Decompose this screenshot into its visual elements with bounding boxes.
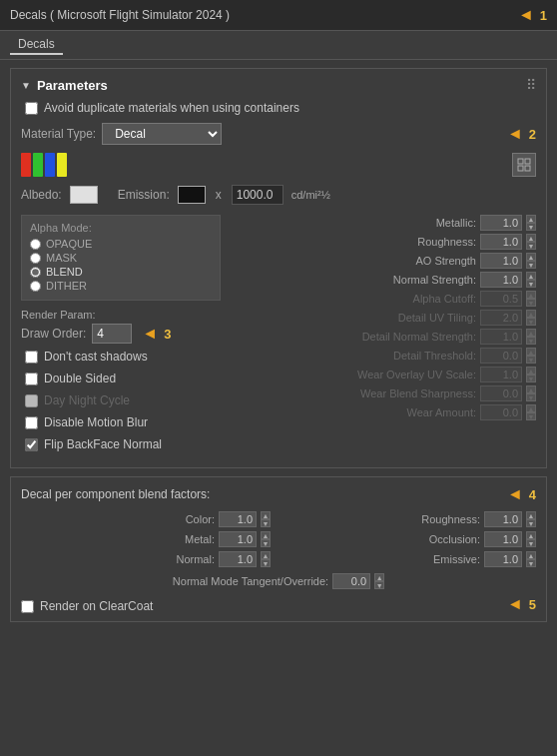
ao-strength-spinner[interactable]: ▲ ▼	[526, 253, 536, 269]
occlusion-blend-spinner[interactable]: ▲ ▼	[526, 531, 536, 547]
occlusion-blend-up[interactable]: ▲	[526, 531, 536, 539]
wear-amount-spinner[interactable]: ▲ ▼	[526, 404, 536, 420]
normal-strength-spinner[interactable]: ▲ ▼	[526, 272, 536, 288]
normal-strength-input[interactable]	[480, 272, 522, 288]
flip-backface-checkbox[interactable]	[25, 438, 38, 451]
wear-amount-down[interactable]: ▼	[526, 412, 536, 420]
metal-blend-up[interactable]: ▲	[261, 531, 271, 539]
color-blend-down[interactable]: ▼	[261, 519, 271, 527]
day-night-checkbox[interactable]	[25, 394, 38, 407]
color-bar-green[interactable]	[33, 153, 43, 177]
roughness-blend-input[interactable]	[484, 511, 522, 527]
wear-overlay-uv-down[interactable]: ▼	[526, 375, 536, 382]
wear-overlay-uv-up[interactable]: ▲	[526, 367, 536, 375]
metallic-down[interactable]: ▼	[526, 223, 536, 231]
detail-uv-tiling-spinner[interactable]: ▲ ▼	[526, 310, 536, 326]
ao-strength-up[interactable]: ▲	[526, 253, 536, 261]
detail-normal-strength-input[interactable]	[480, 329, 522, 345]
wear-amount-input[interactable]	[480, 404, 522, 420]
ao-strength-down[interactable]: ▼	[526, 261, 536, 269]
wear-amount-up[interactable]: ▲	[526, 404, 536, 412]
normal-blend-up[interactable]: ▲	[261, 551, 271, 559]
draw-order-input[interactable]	[92, 324, 132, 344]
annotation-2: 2	[529, 127, 536, 142]
detail-uv-tiling-input[interactable]	[480, 310, 522, 326]
detail-uv-tiling-down[interactable]: ▼	[526, 318, 536, 326]
collapse-triangle-icon[interactable]: ▼	[21, 80, 31, 91]
metallic-input[interactable]	[480, 215, 522, 231]
roughness-up[interactable]: ▲	[526, 234, 536, 242]
normal-mode-up[interactable]: ▲	[374, 573, 384, 581]
roughness-blend-up[interactable]: ▲	[526, 511, 536, 519]
emissive-blend-up[interactable]: ▲	[526, 551, 536, 559]
normal-strength-up[interactable]: ▲	[526, 272, 536, 280]
detail-threshold-spinner[interactable]: ▲ ▼	[526, 348, 536, 364]
alpha-blend-radio[interactable]	[30, 267, 41, 278]
metal-blend-down[interactable]: ▼	[261, 539, 271, 547]
ao-strength-input[interactable]	[480, 253, 522, 269]
alpha-dither-radio[interactable]	[30, 281, 41, 292]
emissive-blend-input[interactable]	[484, 551, 522, 567]
wear-blend-sharpness-input[interactable]	[480, 385, 522, 401]
alpha-mask-radio[interactable]	[30, 253, 41, 264]
alpha-cutoff-up[interactable]: ▲	[526, 291, 536, 299]
emission-value-input[interactable]	[232, 185, 283, 205]
emission-color-swatch[interactable]	[178, 186, 206, 204]
detail-uv-tiling-up[interactable]: ▲	[526, 310, 536, 318]
wear-overlay-uv-spinner[interactable]: ▲ ▼	[526, 367, 536, 382]
normal-blend-down[interactable]: ▼	[261, 559, 271, 567]
color-bar-yellow[interactable]	[57, 153, 67, 177]
alpha-mask-label: MASK	[46, 252, 77, 264]
detail-threshold-up[interactable]: ▲	[526, 348, 536, 356]
normal-mode-input[interactable]	[332, 573, 370, 589]
metal-blend-spinner[interactable]: ▲ ▼	[261, 531, 271, 547]
albedo-color-swatch[interactable]	[70, 186, 98, 204]
grid-icon[interactable]	[512, 153, 536, 177]
emissive-blend-down[interactable]: ▼	[526, 559, 536, 567]
roughness-down[interactable]: ▼	[526, 242, 536, 250]
alpha-opaque-radio[interactable]	[30, 239, 41, 250]
wear-amount-row: Wear Amount: ▲ ▼	[231, 404, 536, 420]
wear-blend-sharpness-up[interactable]: ▲	[526, 385, 536, 393]
color-bar-blue[interactable]	[45, 153, 55, 177]
normal-blend-spinner[interactable]: ▲ ▼	[261, 551, 271, 567]
color-bar-red[interactable]	[21, 153, 31, 177]
metallic-spinner[interactable]: ▲ ▼	[526, 215, 536, 231]
emissive-blend-spinner[interactable]: ▲ ▼	[526, 551, 536, 567]
detail-normal-strength-down[interactable]: ▼	[526, 337, 536, 345]
roughness-spinner[interactable]: ▲ ▼	[526, 234, 536, 250]
normal-blend-input[interactable]	[219, 551, 257, 567]
metallic-up[interactable]: ▲	[526, 215, 536, 223]
detail-threshold-input[interactable]	[480, 348, 522, 364]
wear-overlay-uv-input[interactable]	[480, 367, 522, 382]
detail-normal-strength-up[interactable]: ▲	[526, 329, 536, 337]
color-blend-input[interactable]	[219, 511, 257, 527]
wear-blend-sharpness-spinner[interactable]: ▲ ▼	[526, 385, 536, 401]
normal-mode-down[interactable]: ▼	[374, 581, 384, 589]
roughness-blend-down[interactable]: ▼	[526, 519, 536, 527]
detail-threshold-down[interactable]: ▼	[526, 356, 536, 364]
tab-decals[interactable]: Decals	[10, 35, 63, 55]
normal-mode-spinner[interactable]: ▲ ▼	[374, 573, 384, 589]
wear-blend-sharpness-down[interactable]: ▼	[526, 393, 536, 401]
alpha-cutoff-down[interactable]: ▼	[526, 299, 536, 307]
normal-strength-down[interactable]: ▼	[526, 280, 536, 288]
metal-blend-input[interactable]	[219, 531, 257, 547]
color-blend-spinner[interactable]: ▲ ▼	[261, 511, 271, 527]
alpha-cutoff-spinner[interactable]: ▲ ▼	[526, 291, 536, 307]
dont-cast-shadows-checkbox[interactable]	[25, 351, 38, 364]
color-blend-up[interactable]: ▲	[261, 511, 271, 519]
clearcoat-checkbox[interactable]	[21, 600, 34, 613]
double-sided-checkbox[interactable]	[25, 373, 38, 385]
material-type-select[interactable]: Decal	[102, 123, 222, 145]
occlusion-blend-down[interactable]: ▼	[526, 539, 536, 547]
alpha-dither-row: DITHER	[30, 280, 212, 292]
detail-normal-strength-spinner[interactable]: ▲ ▼	[526, 329, 536, 345]
avoid-duplicate-checkbox[interactable]	[25, 102, 38, 115]
alpha-cutoff-input[interactable]	[480, 291, 522, 307]
options-icon[interactable]: ⠿	[526, 77, 536, 93]
roughness-input[interactable]	[480, 234, 522, 250]
occlusion-blend-input[interactable]	[484, 531, 522, 547]
disable-motion-blur-checkbox[interactable]	[25, 416, 38, 429]
roughness-blend-spinner[interactable]: ▲ ▼	[526, 511, 536, 527]
